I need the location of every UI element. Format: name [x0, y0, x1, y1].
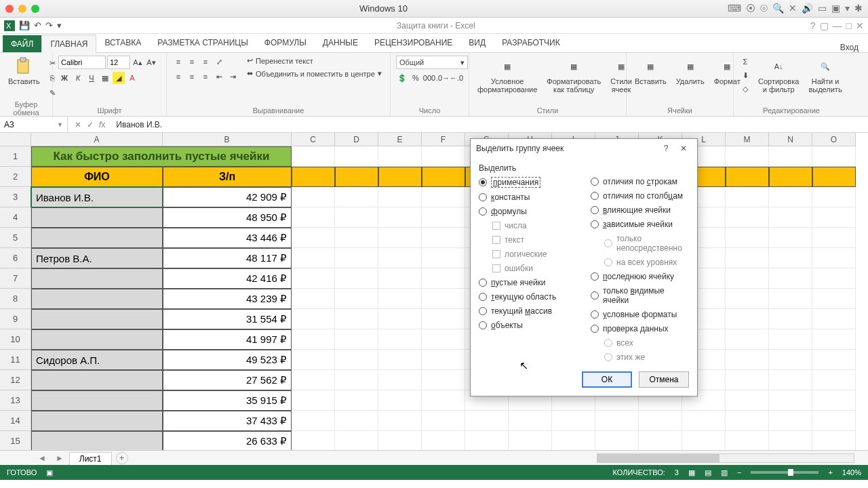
row-header[interactable]: 14 [0, 411, 31, 431]
menu-icon[interactable]: ▾ [845, 3, 850, 14]
column-header[interactable]: N [769, 133, 812, 146]
align-middle-icon[interactable]: ≡ [186, 56, 198, 68]
cell[interactable]: 48 950 ₽ [163, 207, 292, 228]
dialog-option[interactable]: объекты [479, 321, 577, 330]
cell[interactable] [726, 350, 769, 370]
cell[interactable] [682, 431, 726, 450]
cell[interactable] [292, 187, 335, 207]
tab-разметка страницы[interactable]: РАЗМЕТКА СТРАНИЦЫ [149, 34, 256, 52]
cell[interactable] [769, 228, 812, 248]
column-header[interactable]: O [812, 133, 856, 146]
cell[interactable] [292, 248, 335, 268]
column-header[interactable]: A [31, 133, 163, 146]
close-icon[interactable]: ✕ [856, 20, 864, 31]
redo-icon[interactable]: ↷ [45, 20, 53, 30]
cell[interactable] [595, 431, 639, 450]
row-header[interactable]: 7 [0, 268, 31, 289]
accept-formula-icon[interactable]: ✓ [87, 120, 94, 129]
header-cell[interactable]: З/п [163, 167, 292, 187]
worksheet-grid[interactable]: ABCDEFGHIJKLMNO 1Как быстро заполнить пу… [0, 133, 868, 450]
cell[interactable] [335, 248, 378, 268]
cell[interactable] [292, 268, 335, 289]
column-header[interactable]: C [292, 133, 335, 146]
cell[interactable] [812, 309, 856, 329]
align-top-icon[interactable]: ≡ [172, 56, 184, 68]
font-color-icon[interactable]: A [126, 72, 138, 84]
sheet-tab[interactable]: Лист1 [69, 452, 112, 465]
cell[interactable] [769, 390, 812, 411]
font-name-select[interactable] [58, 56, 106, 69]
sheet-nav-prev-icon[interactable]: ◄ [34, 453, 50, 463]
row-header[interactable]: 13 [0, 390, 31, 411]
column-header[interactable]: M [726, 133, 769, 146]
align-right-icon[interactable]: ≡ [199, 70, 212, 83]
ok-button[interactable]: ОК [582, 371, 632, 388]
cell[interactable]: Сидоров А.П. [31, 350, 163, 370]
cell[interactable] [769, 207, 812, 228]
cell[interactable] [378, 248, 422, 268]
title-cell[interactable]: Как быстро заполнить пустые ячейки [31, 146, 292, 167]
help-icon[interactable]: ? [810, 20, 816, 31]
cell[interactable] [812, 370, 856, 390]
cell[interactable] [31, 289, 163, 309]
qat-customize-icon[interactable]: ▾ [57, 20, 62, 30]
keyboard-icon[interactable]: ⌨ [728, 3, 741, 14]
align-center-icon[interactable]: ≡ [186, 70, 198, 83]
power-icon[interactable]: ⦿ [746, 3, 755, 14]
cell[interactable] [639, 411, 682, 431]
cell[interactable] [292, 411, 335, 431]
view-page-break-icon[interactable]: ▥ [721, 468, 728, 477]
dialog-option[interactable]: текущий массив [479, 306, 577, 316]
row-header[interactable]: 2 [0, 167, 31, 187]
increase-indent-icon[interactable]: ⇥ [226, 70, 239, 83]
conditional-formatting-button[interactable]: ▦Условное форматирование [475, 56, 540, 95]
macro-record-icon[interactable]: ▣ [46, 468, 53, 477]
cell[interactable] [552, 431, 595, 450]
cell[interactable] [292, 309, 335, 329]
comma-icon[interactable]: 000 [423, 72, 435, 84]
undo-icon[interactable]: ↶ [34, 20, 41, 30]
cell[interactable] [812, 350, 856, 370]
cell[interactable] [422, 146, 465, 167]
cell[interactable] [378, 228, 422, 248]
cell[interactable] [769, 289, 812, 309]
cell[interactable] [769, 248, 812, 268]
format-as-table-button[interactable]: ▦Форматировать как таблицу [544, 56, 604, 95]
dialog-option[interactable]: примечания [479, 177, 577, 188]
cell[interactable] [639, 431, 682, 450]
cell[interactable] [378, 431, 422, 450]
row-header[interactable]: 10 [0, 329, 31, 350]
cell[interactable]: 35 915 ₽ [163, 390, 292, 411]
cell[interactable] [726, 187, 769, 207]
cell[interactable]: 37 433 ₽ [163, 411, 292, 431]
cell[interactable] [812, 268, 856, 289]
cell[interactable] [422, 370, 465, 390]
cell[interactable] [31, 411, 163, 431]
cell[interactable] [378, 207, 422, 228]
view-normal-icon[interactable]: ▦ [688, 468, 695, 477]
dialog-option[interactable]: формулы [479, 207, 577, 216]
cell[interactable] [726, 146, 769, 167]
cell[interactable] [726, 248, 769, 268]
row-header[interactable]: 6 [0, 248, 31, 268]
insert-cells-button[interactable]: ▦Вставить [632, 56, 669, 87]
cell[interactable] [335, 431, 378, 450]
row-header[interactable]: 11 [0, 350, 31, 370]
select-all-corner[interactable] [0, 133, 31, 146]
dialog-close-icon[interactable]: ✕ [675, 144, 692, 153]
borders-icon[interactable]: ▦ [99, 72, 111, 84]
column-header[interactable]: B [163, 133, 292, 146]
cell[interactable] [769, 146, 812, 167]
window-controls[interactable] [5, 5, 39, 13]
cell[interactable] [292, 207, 335, 228]
dialog-option[interactable]: константы [479, 192, 577, 202]
merge-center-button[interactable]: ⬌Объединить и поместить в центре▾ [247, 68, 382, 79]
tab-вид[interactable]: ВИД [460, 34, 494, 52]
column-header[interactable]: E [378, 133, 422, 146]
cell[interactable] [422, 248, 465, 268]
currency-icon[interactable]: 💲 [396, 72, 408, 84]
number-format-select[interactable]: Общий▾ [396, 56, 468, 69]
fx-icon[interactable]: fx [99, 120, 105, 129]
paste-button[interactable]: Вставить [5, 56, 43, 87]
cell[interactable] [595, 411, 639, 431]
